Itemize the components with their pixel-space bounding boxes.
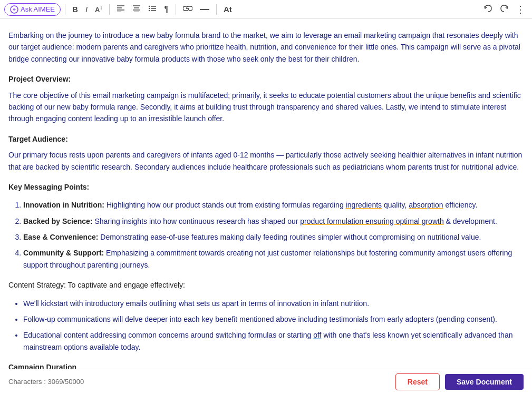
link-icon — [183, 5, 192, 14]
redo-icon — [500, 5, 508, 14]
item-1-text: Highlighting how our product stands out … — [107, 201, 478, 209]
italic-button[interactable]: I — [83, 3, 90, 15]
font-size-button[interactable]: A↕ — [92, 3, 105, 15]
align-left-button[interactable] — [114, 3, 128, 15]
project-overview-heading: Project Overview: — [8, 73, 524, 85]
toolbar-separator-1 — [65, 4, 65, 15]
char-count-numbers: 3069/50000 — [47, 378, 84, 386]
list-item: We'll kickstart with introductory emails… — [23, 298, 524, 309]
at-badge[interactable]: At — [221, 4, 235, 15]
toolbar: Ask AIMEE B I A↕ ¶ — At — [0, 0, 532, 19]
project-overview-section: Project Overview: The core objective of … — [8, 73, 524, 125]
item-1-label: Innovation in Nutrition: — [23, 201, 104, 209]
font-size-icon: A↕ — [95, 5, 102, 14]
list-item: Follow-up communications will delve deep… — [23, 313, 524, 325]
char-count-prefix: Characters : — [8, 378, 46, 386]
svg-point-9 — [149, 6, 150, 7]
footer-bar: Characters : 3069/50000 Reset Save Docum… — [0, 369, 532, 394]
char-count-label: Characters : 3069/50000 — [8, 378, 395, 386]
align-center-icon — [132, 5, 141, 14]
content-strategy-intro: To captivate and engage effectively: — [66, 281, 185, 289]
intro-paragraph: Embarking on the journey to introduce a … — [8, 29, 524, 65]
item-3-text: Demonstrating ease-of-use features makin… — [100, 233, 481, 241]
paragraph-button[interactable]: ¶ — [161, 3, 171, 16]
ask-aimee-label: Ask AIMEE — [21, 5, 55, 13]
project-overview-body: The core objective of this email marketi… — [8, 90, 524, 125]
toolbar-separator-3 — [176, 4, 176, 15]
key-messaging-heading-para: Key Messaging Points: — [8, 181, 524, 193]
toolbar-separator-2 — [109, 4, 110, 15]
svg-point-11 — [149, 8, 150, 9]
more-options-button[interactable]: ⋮ — [513, 2, 528, 17]
align-center-button[interactable] — [130, 3, 143, 15]
undo-icon — [484, 5, 492, 14]
strategy-item-3: Educational content addressing common co… — [23, 331, 512, 351]
key-messaging-list: Innovation in Nutrition: Highlighting ho… — [8, 199, 524, 271]
list-item: Community & Support: Emphasizing a commi… — [23, 247, 524, 271]
list-icon — [148, 5, 157, 14]
align-left-icon — [117, 5, 125, 14]
reset-button[interactable]: Reset — [395, 373, 440, 390]
content-strategy-list: We'll kickstart with introductory emails… — [8, 298, 524, 353]
minus-button[interactable]: — — [197, 2, 212, 16]
toolbar-separator-4 — [216, 4, 217, 15]
list-item: Educational content addressing common co… — [23, 329, 524, 353]
more-options-icon: ⋮ — [516, 4, 525, 15]
key-messaging-heading: Key Messaging Points: — [8, 181, 524, 193]
list-item: Backed by Science: Sharing insights into… — [23, 215, 524, 227]
save-document-button[interactable]: Save Document — [445, 374, 524, 390]
strategy-item-1: We'll kickstart with introductory emails… — [23, 299, 369, 308]
target-audience-heading: Target Audience: — [8, 133, 524, 145]
content-strategy-para: Content Strategy: To captivate and engag… — [8, 279, 524, 291]
minus-icon: — — [200, 4, 209, 15]
aimee-icon — [10, 5, 18, 14]
strategy-item-2: Follow-up communications will delve deep… — [23, 315, 497, 323]
item-3-label: Ease & Convenience: — [23, 233, 98, 241]
svg-point-13 — [149, 10, 150, 11]
target-audience-body: Our primary focus rests upon parents and… — [8, 149, 524, 173]
bold-button[interactable]: B — [70, 3, 81, 15]
list-button[interactable] — [146, 3, 159, 15]
content-strategy-label: Content Strategy: — [8, 281, 66, 289]
document-content: Embarking on the journey to introduce a … — [0, 19, 532, 394]
bold-icon: B — [72, 5, 78, 14]
list-item: Ease & Convenience: Demonstrating ease-o… — [23, 231, 524, 243]
list-item: Innovation in Nutrition: Highlighting ho… — [23, 199, 524, 211]
link-button[interactable] — [180, 3, 195, 15]
item-2-text: Sharing insights into how continuous res… — [94, 217, 497, 225]
redo-button[interactable] — [497, 3, 511, 15]
italic-icon: I — [85, 5, 88, 14]
toolbar-right: ⋮ — [481, 2, 528, 17]
item-2-label: Backed by Science: — [23, 217, 93, 225]
ask-aimee-button[interactable]: Ask AIMEE — [4, 3, 61, 16]
undo-button[interactable] — [481, 3, 495, 15]
target-audience-section: Target Audience: Our primary focus rests… — [8, 133, 524, 173]
paragraph-icon: ¶ — [164, 5, 169, 14]
item-4-label: Community & Support: — [23, 249, 104, 257]
